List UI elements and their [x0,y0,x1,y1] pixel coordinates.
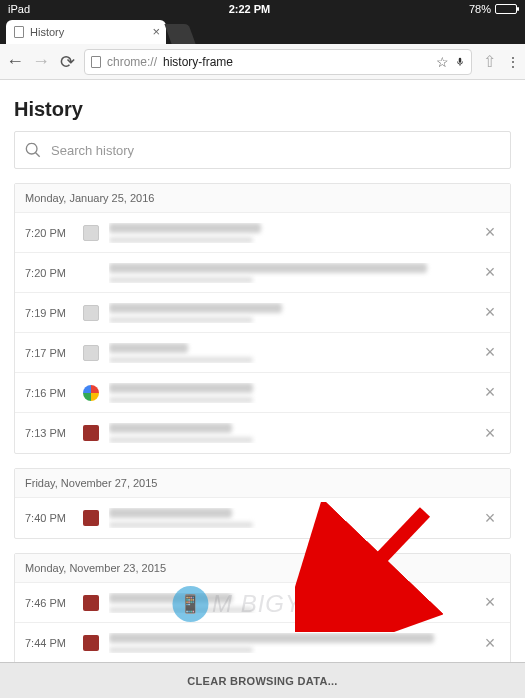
search-icon [25,142,41,158]
share-icon[interactable]: ⇧ [480,52,498,71]
history-entry-body [109,303,470,323]
address-bar[interactable]: chrome://history-frame ☆ [84,49,472,75]
tab-strip: History × [0,18,525,44]
history-entry-time: 7:20 PM [25,267,73,279]
back-button[interactable]: ← [6,51,24,72]
document-icon [14,26,24,38]
tab-title: History [30,26,64,38]
history-entry[interactable]: 7:16 PM× [15,373,510,413]
history-entry-time: 7:44 PM [25,637,73,649]
favicon-icon [83,510,99,526]
page-icon [91,56,101,68]
bookmark-star-icon[interactable]: ☆ [436,54,449,70]
forward-button[interactable]: → [32,51,50,72]
history-date-header: Monday, January 25, 2016 [15,184,510,213]
url-path: history-frame [163,55,233,69]
delete-entry-icon[interactable]: × [480,302,500,323]
history-entry[interactable]: 7:40 PM× [15,498,510,538]
history-date-header: Friday, November 27, 2015 [15,469,510,498]
history-entry-body [109,263,470,283]
history-date-group: Friday, November 27, 20157:40 PM× [14,468,511,539]
history-entry[interactable]: 7:20 PM× [15,253,510,293]
history-entry-body [109,423,470,443]
ipad-status-bar: iPad 2:22 PM 78% [0,0,525,18]
delete-entry-icon[interactable]: × [480,423,500,444]
history-date-group: Monday, November 23, 20157:46 PM×7:44 PM… [14,553,511,662]
history-entry-time: 7:13 PM [25,427,73,439]
delete-entry-icon[interactable]: × [480,262,500,283]
favicon-icon [83,595,99,611]
history-entry-body [109,508,470,528]
status-clock: 2:22 PM [30,3,469,15]
delete-entry-icon[interactable]: × [480,222,500,243]
history-page: History Monday, January 25, 20167:20 PM×… [0,80,525,662]
close-tab-icon[interactable]: × [152,24,160,39]
history-entry-time: 7:40 PM [25,512,73,524]
history-entry-body [109,593,470,613]
status-battery-pct: 78% [469,3,491,15]
history-entry-body [109,343,470,363]
menu-dots-icon[interactable]: ⋮ [506,54,519,70]
delete-entry-icon[interactable]: × [480,508,500,529]
history-entry-body [109,223,470,243]
history-date-group: Monday, January 25, 20167:20 PM×7:20 PM×… [14,183,511,454]
history-entry-time: 7:17 PM [25,347,73,359]
clear-browsing-data-button[interactable]: CLEAR BROWSING DATA... [0,662,525,698]
favicon-icon [83,305,99,321]
browser-tab-history[interactable]: History × [6,20,166,44]
page-title: History [14,98,511,121]
url-scheme: chrome:// [107,55,157,69]
history-entry-time: 7:19 PM [25,307,73,319]
clear-browsing-data-label: CLEAR BROWSING DATA... [187,675,337,687]
history-entry-body [109,633,470,653]
delete-entry-icon[interactable]: × [480,592,500,613]
favicon-icon [83,345,99,361]
reload-button[interactable]: ⟳ [58,51,76,73]
history-entry[interactable]: 7:17 PM× [15,333,510,373]
history-entry-body [109,383,470,403]
history-search-box[interactable] [14,131,511,169]
history-entry[interactable]: 7:44 PM× [15,623,510,662]
favicon-icon [83,635,99,651]
history-entry[interactable]: 7:19 PM× [15,293,510,333]
history-entry-time: 7:16 PM [25,387,73,399]
favicon-icon [83,425,99,441]
history-entry-time: 7:20 PM [25,227,73,239]
history-entry[interactable]: 7:46 PM× [15,583,510,623]
delete-entry-icon[interactable]: × [480,633,500,654]
history-search-input[interactable] [51,143,500,158]
favicon-icon [83,385,99,401]
status-device: iPad [8,3,30,15]
history-date-header: Monday, November 23, 2015 [15,554,510,583]
delete-entry-icon[interactable]: × [480,382,500,403]
browser-toolbar: ← → ⟳ chrome://history-frame ☆ ⇧ ⋮ [0,44,525,80]
mic-icon[interactable] [455,55,465,69]
delete-entry-icon[interactable]: × [480,342,500,363]
favicon-icon [83,225,99,241]
battery-icon [495,4,517,14]
history-entry-time: 7:46 PM [25,597,73,609]
new-tab-button[interactable] [164,24,195,44]
history-entry[interactable]: 7:13 PM× [15,413,510,453]
history-entry[interactable]: 7:20 PM× [15,213,510,253]
